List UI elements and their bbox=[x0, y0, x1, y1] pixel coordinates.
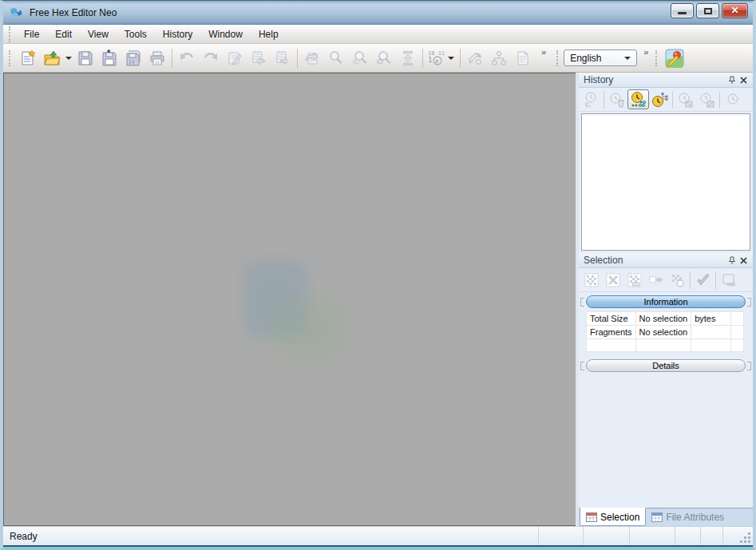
tab-selection[interactable]: Selection bbox=[580, 508, 646, 526]
load-history-button[interactable] bbox=[696, 89, 718, 109]
menu-edit[interactable]: Edit bbox=[47, 26, 80, 43]
save-all-button[interactable] bbox=[121, 47, 145, 69]
menu-view[interactable]: View bbox=[80, 26, 117, 43]
menu-help[interactable]: Help bbox=[251, 26, 287, 43]
copy-to-button[interactable] bbox=[247, 47, 271, 69]
find-button[interactable] bbox=[324, 47, 348, 69]
find-all-button[interactable] bbox=[372, 47, 396, 69]
menubar-grip-handle[interactable] bbox=[9, 26, 13, 42]
workspace: History bbox=[3, 73, 753, 526]
history-panel-title: History bbox=[584, 74, 726, 85]
replace-button[interactable] bbox=[396, 47, 420, 69]
save-as-button[interactable]: * bbox=[97, 47, 121, 69]
open-file-icon bbox=[43, 49, 61, 67]
minimize-button[interactable] bbox=[671, 3, 694, 18]
fill-button[interactable] bbox=[463, 47, 487, 69]
menu-history[interactable]: History bbox=[155, 26, 200, 43]
history-extra-button[interactable] bbox=[722, 89, 743, 109]
help-toolbar-grip-handle[interactable] bbox=[655, 50, 659, 66]
redo-button[interactable] bbox=[199, 47, 223, 69]
svg-text:1: 1 bbox=[428, 56, 432, 64]
print-icon bbox=[148, 49, 166, 67]
paste-from-button[interactable] bbox=[271, 47, 295, 69]
window-controls: ✕ bbox=[671, 3, 748, 18]
menu-file[interactable]: File bbox=[16, 26, 47, 43]
history-pin-button[interactable] bbox=[726, 74, 738, 85]
clear-history-button[interactable] bbox=[606, 89, 627, 109]
encoding-dropdown-icon[interactable] bbox=[448, 57, 454, 60]
info-cell: bytes bbox=[691, 312, 731, 326]
goto-offset-button[interactable] bbox=[300, 47, 324, 69]
language-toolbar-grip-handle[interactable] bbox=[556, 50, 560, 66]
information-header[interactable]: Information bbox=[586, 295, 746, 308]
status-cell bbox=[583, 527, 629, 545]
history-panel-caption: History bbox=[579, 73, 753, 88]
encoding-selector-icon: 10 11 1 e bbox=[427, 49, 446, 67]
history-list[interactable] bbox=[581, 113, 750, 251]
language-value: English bbox=[570, 53, 601, 64]
history-branch-icon bbox=[583, 91, 600, 109]
select-all-button[interactable] bbox=[580, 270, 602, 290]
invert-selection-button[interactable] bbox=[623, 270, 645, 290]
encoding-selector-button[interactable]: 10 11 1 e bbox=[425, 47, 457, 69]
open-file-dropdown-icon[interactable] bbox=[65, 57, 72, 60]
editor-area[interactable] bbox=[3, 73, 576, 526]
new-file-button[interactable] bbox=[16, 47, 40, 69]
history-tree-button[interactable] bbox=[649, 89, 671, 109]
deselect-button[interactable] bbox=[602, 270, 623, 290]
selection-panel-caption: Selection bbox=[579, 253, 753, 268]
save-button[interactable] bbox=[73, 47, 97, 69]
tab-file-attributes[interactable]: File Attributes bbox=[646, 508, 730, 526]
table-row: Total Size No selection bytes bbox=[587, 312, 744, 326]
goto-offset-icon bbox=[303, 49, 321, 67]
save-as-icon: * bbox=[101, 49, 118, 67]
history-close-button[interactable] bbox=[738, 74, 750, 85]
menu-window[interactable]: Window bbox=[200, 26, 251, 43]
edit-paste-icon bbox=[226, 49, 243, 67]
watermark-logo bbox=[271, 301, 347, 357]
select-modify-button[interactable] bbox=[667, 270, 688, 290]
maximize-button[interactable] bbox=[696, 3, 719, 18]
undo-button[interactable] bbox=[175, 47, 199, 69]
close-button[interactable]: ✕ bbox=[722, 3, 748, 18]
history-branch-button[interactable] bbox=[580, 89, 602, 109]
selection-close-button[interactable] bbox=[738, 255, 750, 266]
collapse-bracket bbox=[747, 362, 751, 370]
menu-tools[interactable]: Tools bbox=[117, 26, 155, 43]
file-attributes-tab-icon bbox=[651, 512, 663, 522]
file-info-button[interactable] bbox=[511, 47, 535, 69]
selection-pin-button[interactable] bbox=[726, 255, 738, 266]
svg-text:e: e bbox=[435, 57, 439, 65]
customize-colors-button[interactable] bbox=[663, 47, 687, 69]
select-range-button[interactable] bbox=[645, 270, 667, 290]
language-combobox[interactable]: English bbox=[564, 49, 637, 66]
svg-text:*: * bbox=[107, 49, 111, 57]
tab-selection-label: Selection bbox=[600, 512, 639, 523]
find-next-button[interactable] bbox=[348, 47, 372, 69]
replace-icon bbox=[399, 49, 417, 67]
details-header[interactable]: Details bbox=[586, 359, 746, 372]
toolbar-overflow-chevron[interactable]: » bbox=[541, 47, 545, 57]
language-overflow-chevron[interactable]: » bbox=[643, 47, 647, 57]
save-history-button[interactable] bbox=[675, 89, 696, 109]
show-history-button[interactable] bbox=[627, 89, 649, 109]
apply-selection-button[interactable] bbox=[692, 270, 714, 290]
invert-selection-icon bbox=[627, 272, 643, 288]
info-cell bbox=[731, 312, 744, 326]
open-file-button[interactable] bbox=[40, 47, 64, 69]
print-button[interactable] bbox=[145, 47, 169, 69]
info-cell: Fragments bbox=[587, 326, 636, 339]
titlebar[interactable]: Free Hex Editor Neo ✕ bbox=[3, 1, 753, 25]
export-selection-button[interactable] bbox=[718, 270, 739, 290]
info-cell: Total Size bbox=[587, 312, 636, 326]
side-panels: History bbox=[579, 73, 753, 526]
copy-to-icon bbox=[250, 49, 267, 67]
paste-from-icon bbox=[274, 49, 291, 67]
minimize-icon bbox=[678, 12, 687, 14]
edit-paste-button[interactable] bbox=[223, 47, 247, 69]
find-icon bbox=[327, 49, 345, 67]
toolbar-grip-handle[interactable] bbox=[9, 50, 13, 66]
statistics-button[interactable] bbox=[487, 47, 511, 69]
panel-empty-space bbox=[579, 372, 753, 508]
resize-grip[interactable] bbox=[740, 527, 753, 545]
